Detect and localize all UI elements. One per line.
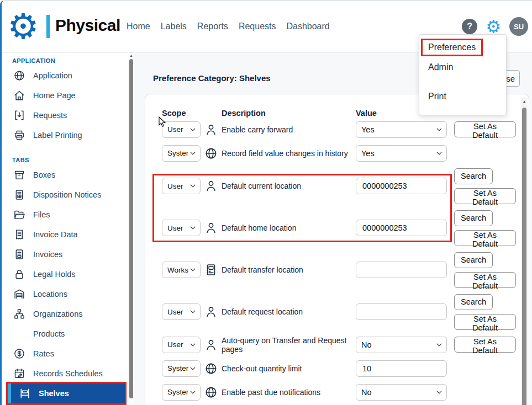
description-label: Default home location xyxy=(222,223,352,232)
warehouse-icon xyxy=(13,288,25,300)
sidebar-item-legal-holds[interactable]: Legal Holds xyxy=(0,264,128,284)
panel-scroll-thumb[interactable] xyxy=(522,108,526,405)
value-select[interactable]: No xyxy=(356,384,447,401)
sidebar-item-label: Organizations xyxy=(33,310,82,318)
menu-item-print[interactable]: Print xyxy=(423,89,452,104)
set-as-default-button[interactable]: Set As Default xyxy=(454,121,516,137)
sidebar-item-invoice-data[interactable]: Invoice Data xyxy=(0,225,128,244)
scope-select-value: Syster xyxy=(167,364,188,372)
sidebar-item-products[interactable]: Products xyxy=(0,324,128,344)
search-button[interactable]: Search xyxy=(454,252,493,268)
document-grid-icon xyxy=(13,189,25,201)
sidebar-section-label: TABS xyxy=(0,156,128,165)
scope-select[interactable]: User xyxy=(162,220,201,236)
sidebar-scrollbar[interactable]: ▲ xyxy=(128,53,134,405)
preference-row: SysterRecord field value changes in hist… xyxy=(145,141,529,165)
question-icon: ? xyxy=(467,22,472,31)
panel-scrollbar[interactable]: ▲ xyxy=(521,98,528,405)
sidebar-item-shelves[interactable]: Shelves xyxy=(8,383,125,403)
nav-link-reports[interactable]: Reports xyxy=(197,22,228,31)
user-avatar[interactable]: SU xyxy=(509,17,528,36)
brand-title: Physical xyxy=(55,16,120,35)
value-input[interactable] xyxy=(356,178,447,194)
nav-link-labels[interactable]: Labels xyxy=(161,22,187,31)
description-label: Default current location xyxy=(222,182,352,190)
scope-select[interactable]: User xyxy=(162,337,201,353)
scope-select-value: User xyxy=(167,125,183,134)
sidebar-item-application[interactable]: Application xyxy=(0,66,128,86)
set-as-default-button[interactable]: Set As Default xyxy=(454,188,516,204)
scope-select[interactable]: Syster xyxy=(162,145,201,162)
sidebar-item-organizations[interactable]: Organizations xyxy=(0,304,128,324)
nav-link-requests[interactable]: Requests xyxy=(239,22,276,31)
search-button[interactable]: Search xyxy=(454,168,493,184)
value-select[interactable]: No xyxy=(356,337,447,353)
scope-select-value: Syster xyxy=(167,149,188,157)
value-input[interactable] xyxy=(356,220,447,236)
sidebar-item-disposition-notices[interactable]: Disposition Notices xyxy=(0,185,128,205)
value-select-value: Yes xyxy=(361,125,375,134)
scope-select[interactable]: Syster xyxy=(162,360,201,377)
org-chart-icon xyxy=(13,308,25,320)
preference-row: UserDefault request locationSearchSet As… xyxy=(145,291,529,333)
menu-item-admin[interactable]: Admin xyxy=(423,60,459,74)
sidebar-item-invoices[interactable]: Invoices xyxy=(0,244,128,264)
help-button[interactable]: ? xyxy=(462,19,477,34)
sidebar-section-application: APPLICATIONApplicationHome PageRequestsL… xyxy=(0,56,128,145)
nav-link-dashboard[interactable]: Dashboard xyxy=(286,22,329,31)
dollar-circle-icon xyxy=(13,348,25,360)
sidebar-item-boxes[interactable]: Boxes xyxy=(0,165,128,185)
scope-select[interactable]: User xyxy=(162,121,201,138)
sidebar-item-files[interactable]: Files xyxy=(0,205,128,225)
value-input[interactable] xyxy=(356,303,447,320)
person-icon xyxy=(204,179,218,193)
search-button[interactable]: Search xyxy=(454,210,493,226)
set-as-default-button[interactable]: Set As Default xyxy=(454,230,516,246)
value-input[interactable] xyxy=(356,360,447,377)
value-select[interactable]: Yes xyxy=(356,145,447,162)
globe-icon xyxy=(204,386,218,399)
chevron-down-icon xyxy=(189,225,196,231)
sidebar-item-rates[interactable]: Rates xyxy=(0,344,128,364)
preferences-panel: Scope Description Value UserEnable carry… xyxy=(145,94,529,405)
scroll-up-icon[interactable]: ▲ xyxy=(129,54,134,57)
main-nav: HomeLabelsReportsRequestsDashboard xyxy=(127,0,330,53)
preference-row: UserEnable carry forwardYesSet As Defaul… xyxy=(145,118,529,141)
scope-select[interactable]: Works xyxy=(162,262,201,278)
sidebar-item-home-page[interactable]: Home Page xyxy=(0,86,128,105)
globe-icon xyxy=(204,147,218,160)
sidebar-item-locations[interactable]: Locations xyxy=(0,284,128,304)
chevron-down-icon xyxy=(189,365,196,372)
scope-select-value: Syster xyxy=(167,388,188,396)
box-icon xyxy=(13,169,25,181)
sidebar-item-label: Legal Holds xyxy=(33,270,76,279)
settings-button[interactable]: ⚙ xyxy=(486,18,501,35)
value-select[interactable]: Yes xyxy=(356,121,447,138)
set-as-default-button[interactable]: Set As Default xyxy=(454,337,516,353)
workstation-icon xyxy=(204,263,218,276)
avatar-initials: SU xyxy=(514,23,524,31)
search-button[interactable]: Search xyxy=(454,294,493,310)
sidebar-scroll-thumb[interactable] xyxy=(129,59,133,398)
value-select-value: No xyxy=(361,340,372,349)
menu-item-preferences[interactable]: Preferences xyxy=(423,40,481,55)
scope-select-value: User xyxy=(167,308,183,316)
scope-select-value: User xyxy=(167,340,183,349)
folder-open-icon xyxy=(13,209,25,221)
globe-icon xyxy=(204,362,218,375)
sidebar-item-records-schedules[interactable]: Records Schedules xyxy=(0,364,128,383)
receipt-icon xyxy=(13,228,25,241)
sidebar-item-requests[interactable]: Requests xyxy=(0,105,128,125)
chevron-down-icon xyxy=(436,150,443,157)
chevron-down-icon xyxy=(436,389,443,396)
preference-row: WorksDefault transfer locationSearchSet … xyxy=(145,249,529,291)
scope-select[interactable]: Syster xyxy=(162,384,201,401)
sidebar-item-label-printing[interactable]: Label Printing xyxy=(0,125,128,145)
value-input[interactable] xyxy=(356,262,447,278)
scope-select[interactable]: User xyxy=(162,303,201,320)
set-as-default-button[interactable]: Set As Default xyxy=(454,314,516,330)
set-as-default-button[interactable]: Set As Default xyxy=(454,272,516,288)
scope-select[interactable]: User xyxy=(162,178,201,194)
scroll-up-icon[interactable]: ▲ xyxy=(521,99,528,104)
nav-link-home[interactable]: Home xyxy=(127,22,150,31)
